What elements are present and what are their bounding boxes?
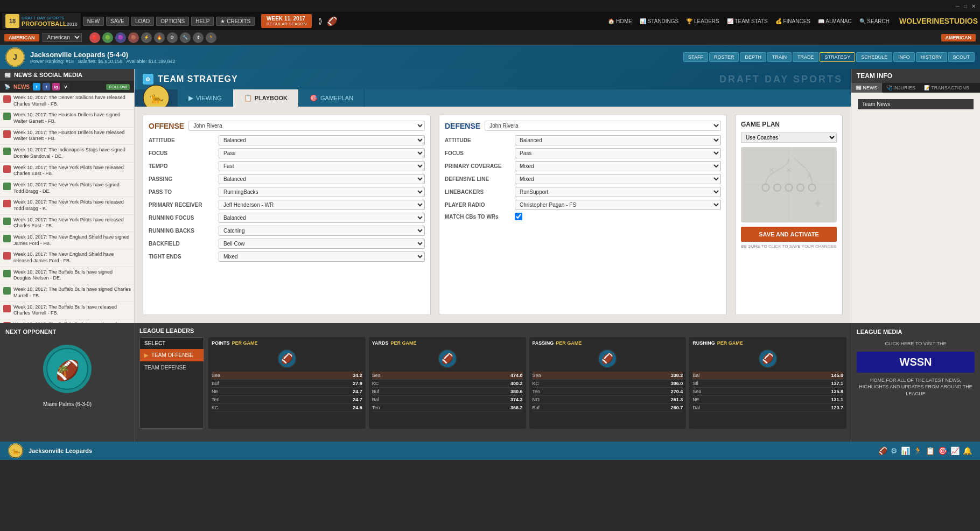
league-leaders-content: SELECT ▶ TEAM OFFENSE TEAM DEFENSE POINT… bbox=[139, 337, 846, 429]
nav-roster[interactable]: ROSTER bbox=[709, 52, 739, 62]
stat-team: NE bbox=[692, 397, 699, 402]
defense-focus-select[interactable]: PassRunBalanced bbox=[515, 148, 721, 158]
team-icon-8[interactable]: 🔧 bbox=[180, 32, 191, 43]
offense-runningfocus-select[interactable]: BalancedInsideOutside bbox=[219, 213, 425, 223]
help-button[interactable]: HELP bbox=[191, 17, 214, 26]
stat-col-1: YARDSPER GAME🏈Sea474.0KC400.2Buf380.6Bal… bbox=[369, 337, 526, 429]
option-team-offense[interactable]: ▶ TEAM OFFENSE bbox=[140, 349, 204, 361]
conference-select[interactable]: American bbox=[43, 33, 82, 42]
facebook-icon[interactable]: f bbox=[43, 83, 50, 90]
defense-defensiveline-select[interactable]: MixedPass RushRun Stop bbox=[515, 174, 721, 184]
news-item: Week 10, 2017: The Denver Stallions have… bbox=[0, 93, 134, 110]
defense-attitude-select[interactable]: BalancedAggressiveConservative bbox=[515, 135, 721, 145]
wssn-logo[interactable]: WSSN bbox=[857, 352, 975, 373]
offense-backfield-select[interactable]: Bell CowPlatoonBy Situation bbox=[219, 239, 425, 249]
defense-primarycoverage-select[interactable]: MixedZoneMan bbox=[515, 161, 721, 171]
offense-tightends-select[interactable]: MixedBlockingReceiving bbox=[219, 251, 425, 262]
instagram-icon[interactable]: ig bbox=[52, 83, 60, 90]
team-icon-1[interactable]: 🔴 bbox=[89, 32, 100, 43]
svg-text:J: J bbox=[13, 53, 17, 61]
team-icon-9[interactable]: 🗡 bbox=[193, 32, 204, 43]
nav-standings[interactable]: 📊 STANDINGS bbox=[638, 17, 681, 25]
offense-primaryreceiver-row: PRIMARY RECEIVER Jeff Henderson - WR bbox=[149, 200, 425, 210]
news-item-icon bbox=[3, 165, 11, 173]
stat-row: Buf380.6 bbox=[372, 388, 523, 396]
nav-home[interactable]: 🏠 HOME bbox=[606, 17, 634, 25]
nav-history[interactable]: HISTORY bbox=[916, 52, 947, 62]
footer-icon-3[interactable]: 📊 bbox=[901, 446, 910, 455]
stat-image-area: 🏈 bbox=[372, 348, 523, 369]
gameplan-select[interactable]: Use Coaches Custom bbox=[741, 132, 837, 143]
tab-playbook[interactable]: 📋 PLAYBOOK bbox=[233, 89, 299, 107]
stat-value: 400.2 bbox=[510, 381, 523, 386]
team-icon-10[interactable]: 🏃 bbox=[206, 32, 216, 43]
gameplan-icon: 🎯 bbox=[310, 94, 318, 102]
follow-button[interactable]: FOLLOW bbox=[106, 84, 130, 90]
team-icon-6[interactable]: 🔥 bbox=[154, 32, 165, 43]
team-icon-4[interactable]: 🟤 bbox=[128, 32, 139, 43]
tab-viewing[interactable]: ▶ VIEWING bbox=[178, 89, 233, 107]
footer-icon-6[interactable]: 🎯 bbox=[938, 446, 947, 455]
tab-news[interactable]: 📰 NEWS bbox=[851, 83, 882, 93]
nav-info[interactable]: INFO bbox=[893, 52, 915, 62]
tab-gameplan[interactable]: 🎯 GAMEPLAN bbox=[299, 89, 365, 107]
minimize-btn[interactable]: ─ bbox=[956, 3, 960, 9]
nav-strategy[interactable]: STRATEGY bbox=[820, 52, 855, 62]
offense-attitude-select[interactable]: BalancedAggressiveConservative bbox=[219, 135, 425, 145]
footer-icon-8[interactable]: 🔔 bbox=[963, 446, 972, 455]
stat-image-area: 🏈 bbox=[212, 348, 362, 369]
nav-staff[interactable]: STAFF bbox=[683, 52, 708, 62]
save-activate-button[interactable]: SAVE AND ACTIVATE bbox=[741, 227, 837, 242]
team-icon-5[interactable]: ⚡ bbox=[141, 32, 152, 43]
maximize-btn[interactable]: □ bbox=[964, 3, 967, 9]
offense-passto-select[interactable]: RunningBacksReceiversTightEnds bbox=[219, 187, 425, 197]
offense-primaryreceiver-select[interactable]: Jeff Henderson - WR bbox=[219, 200, 425, 210]
vine-icon[interactable]: v bbox=[62, 83, 69, 90]
nav-almanac[interactable]: 📖 ALMANAC bbox=[816, 17, 854, 25]
nav-train[interactable]: TRAIN bbox=[767, 52, 792, 62]
footer-icon-5[interactable]: 📋 bbox=[926, 446, 935, 455]
defense-playerradio-select[interactable]: Christopher Pagan - FS bbox=[515, 200, 721, 210]
brand-watermark: WOLVERINESTUDIOS bbox=[899, 17, 978, 25]
offense-passing-row: PASSING BalancedShortLong bbox=[149, 174, 425, 184]
team-icon-7[interactable]: ⚙ bbox=[167, 32, 178, 43]
team-icon-2[interactable]: 🟢 bbox=[102, 32, 113, 43]
load-button[interactable]: LOAD bbox=[131, 17, 154, 26]
team-icon-3[interactable]: 🟣 bbox=[115, 32, 126, 43]
footer-icon-7[interactable]: 📈 bbox=[950, 446, 960, 455]
nav-search[interactable]: 🔍 SEARCH bbox=[857, 17, 892, 25]
offense-focus-select[interactable]: PassRunBalanced bbox=[219, 148, 425, 158]
app-logo: 18 DRAFT DAY SPORTS PROFOOTBALL2018 bbox=[2, 13, 81, 29]
footer-icon-2[interactable]: ⚙ bbox=[891, 446, 898, 455]
nav-finances[interactable]: 💰 FINANCES bbox=[773, 17, 813, 25]
footer-icon-4[interactable]: 🏃 bbox=[913, 446, 922, 455]
offense-runningbacks-select[interactable]: CatchingRushingBalanced bbox=[219, 226, 425, 236]
nav-depth[interactable]: DEPTH bbox=[740, 52, 766, 62]
nav-teamstats[interactable]: 📈 TEAM STATS bbox=[725, 17, 770, 25]
nav-leaders[interactable]: 🏆 LEADERS bbox=[684, 17, 721, 25]
close-btn[interactable]: ✕ bbox=[971, 3, 976, 9]
news-item: Week 10, 2017: The Buffalo Bulls have si… bbox=[0, 267, 134, 284]
option-team-defense[interactable]: TEAM DEFENSE bbox=[140, 361, 204, 374]
stat-team-icon: 🏈 bbox=[438, 349, 457, 368]
nav-trade[interactable]: TRADE bbox=[793, 52, 819, 62]
new-button[interactable]: NEW bbox=[83, 17, 104, 26]
defense-matchcbs-checkbox[interactable] bbox=[515, 213, 522, 220]
nav-schedule[interactable]: SCHEDULE bbox=[856, 52, 892, 62]
footer-icon-1[interactable]: 🏈 bbox=[878, 446, 887, 455]
options-button[interactable]: OPTIONS bbox=[156, 17, 189, 26]
offense-passing-select[interactable]: BalancedShortLong bbox=[219, 174, 425, 184]
defense-linebackers-select[interactable]: RunSupportPassCoverageBlitz bbox=[515, 187, 721, 197]
save-menu-button[interactable]: SAVE bbox=[106, 17, 129, 26]
defense-coordinator-select[interactable]: John Rivera bbox=[485, 121, 721, 131]
stat-team-icon: 🏈 bbox=[598, 349, 617, 368]
news-item-text: Week 10, 2017: The Denver Stallions have… bbox=[13, 95, 131, 107]
nav-scout[interactable]: SCOUT bbox=[948, 52, 975, 62]
tab-transactions[interactable]: 📝 TRANSACTIONS bbox=[920, 83, 974, 93]
credits-button[interactable]: ★ CREDITS bbox=[216, 17, 255, 26]
offense-coordinator-select[interactable]: John Rivera bbox=[188, 121, 425, 131]
offense-tempo-select[interactable]: FastNormalSlow bbox=[219, 161, 425, 171]
twitter-icon[interactable]: t bbox=[33, 83, 40, 90]
tab-injuries[interactable]: 🩺 INJURIES bbox=[882, 83, 920, 93]
svg-text:🐆: 🐆 bbox=[12, 447, 20, 455]
